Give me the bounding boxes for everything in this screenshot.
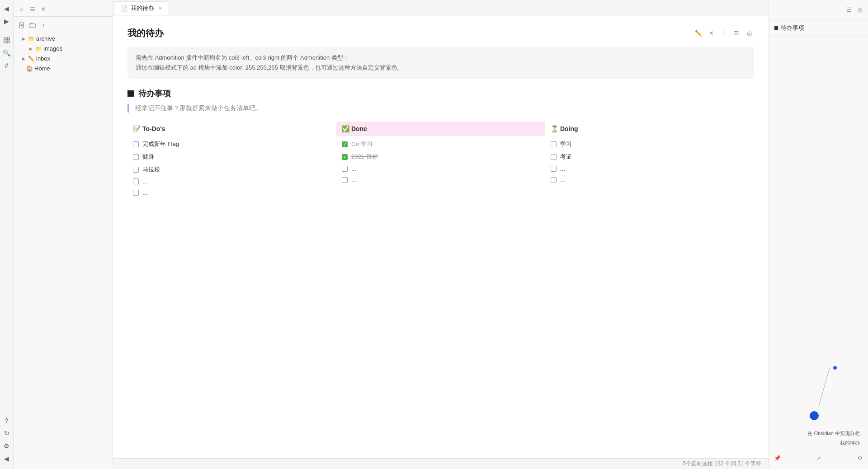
section-heading: 待办事项 [127,88,754,99]
nav-back-btn[interactable]: ◀ [2,4,12,14]
sidebar-new-folder-icon[interactable] [28,21,37,30]
graph-local-icon[interactable]: ◎ [855,5,864,14]
doing-item-text-1: 考证 [560,153,572,161]
sidebar-file-tree: ▶ 📁 archive ▶ 📁 images ▶ ✏️ inbox 🏠 Home [14,33,113,75]
update-icon[interactable]: ↻ [2,428,12,438]
todo-checkbox-4[interactable] [133,190,139,196]
kanban-item-2: 马拉松 [127,163,336,176]
done-item-text-0: Go 学习 [351,140,373,148]
doing-item-text-3: ... [560,177,565,183]
todo-checkbox-2[interactable] [133,167,139,173]
done-item-2: ... [336,163,545,174]
list-view-btn[interactable]: ☰ [731,28,741,38]
kanban-board: 📝 To-Do's 完成新年 Flag 健身 马拉松 ... [127,122,754,198]
sidebar-tags-icon[interactable]: # [2,61,12,70]
sidebar-item-home[interactable]: 🏠 Home [15,64,111,73]
kanban-col-todo: 📝 To-Do's 完成新年 Flag 健身 马拉松 ... [127,122,336,198]
done-checkbox-2[interactable] [342,166,348,172]
done-item-1: ✓ 2021 目标 [336,150,545,163]
doing-checkbox-1[interactable] [551,154,557,160]
icon-bar: ◀ ▶ 🔍 # ? ↻ ⚙ ◀ [0,0,14,469]
doing-item-text-0: 学习 [560,140,572,148]
sidebar-files-icon[interactable] [2,35,12,45]
svg-rect-0 [4,38,6,40]
doing-checkbox-2[interactable] [551,166,557,172]
doing-checkbox-0[interactable] [551,141,557,147]
right-panel-bottom: 📌 ↗ ⚙ [769,451,868,465]
tab-title: 我的待办 [131,4,154,12]
outline-item-todo[interactable]: 待办事项 [769,22,868,34]
share-icon[interactable]: ↗ [814,454,823,463]
content-header: 我的待办 ✏️ ✕ ⋮ ☰ ◎ [127,27,754,39]
sidebar-item-label: archive [36,35,55,42]
heading-marker [127,90,134,97]
sidebar-item-archive[interactable]: ▶ 📁 archive [15,34,111,43]
done-item-3: ... [336,174,545,186]
done-item-0: ✓ Go 学习 [336,138,545,150]
done-item-text-1: 2021 目标 [351,153,378,161]
help-icon[interactable]: ? [2,416,12,426]
done-checkbox-1[interactable]: ✓ [342,154,348,160]
outline-marker [774,26,778,30]
right-panel-toolbar: ☰ ◎ [769,4,868,16]
chevron-right-icon: ▶ [28,46,33,52]
sidebar-new-note-icon[interactable] [17,21,26,30]
todo-item-text-2: 马拉松 [142,165,160,174]
kanban-col-done: ✅ Done ✓ Go 学习 ✓ 2021 目标 ... ... [336,122,545,186]
blockquote-text: 经常记不住事？那就赶紧来做个任务清单吧。 [135,104,262,112]
done-header-text: ✅ Done [342,125,367,132]
settings-gear-icon[interactable]: ⚙ [855,454,864,463]
kanban-item-1: 健身 [127,150,336,163]
tab-bar: 📄 我的待办 ✕ [113,0,769,16]
todo-checkbox-1[interactable] [133,154,139,160]
doing-item-2: ... [545,163,754,174]
kanban-item-4: ... [127,187,336,198]
divider2 [769,37,868,37]
sidebar-item-inbox[interactable]: ▶ ✏️ inbox [15,54,111,63]
todo-header-text: 📝 To-Do's [133,125,165,132]
edit-btn[interactable]: ✏️ [693,28,703,38]
done-item-text-2: ... [351,165,356,172]
divider [769,19,868,19]
svg-rect-1 [7,38,9,40]
done-item-text-3: ... [351,177,356,183]
kanban-col-doing-header: ⏳ Doing [545,122,754,136]
right-panel: ☰ ◎ 待办事项 [769,0,868,469]
graph-view-btn[interactable]: ◎ [744,28,754,38]
sidebar-search-icon[interactable]: 🔍 [2,48,12,58]
todo-item-text-4: ... [142,189,147,196]
outline-icon[interactable]: ☰ [844,5,854,14]
todo-checkbox-0[interactable] [133,141,139,147]
sidebar: ⌂ # ↕ ▶ 📁 archive ▶ 📁 images ▶ ✏ [14,0,113,469]
sidebar-tag-icon[interactable]: # [39,5,48,14]
sidebar-item-images[interactable]: ▶ 📁 images [15,44,111,53]
tab-close-btn[interactable]: ✕ [157,5,163,11]
done-checkbox-0[interactable]: ✓ [342,141,348,147]
chevron-right-icon: ▶ [21,56,26,61]
settings-icon[interactable]: ⚙ [2,441,12,451]
folder-icon: 📁 [35,46,42,52]
sidebar-home-icon[interactable]: ⌂ [17,5,26,14]
admonition-line2: 通过在编辑模式下的 ad 模块中添加 color: 255,255,255 取消… [136,63,746,73]
content-area: 我的待办 ✏️ ✕ ⋮ ☰ ◎ 需先在 Admonition 插件中新增名为 c… [113,16,769,458]
sidebar-menu-icon[interactable] [28,5,37,14]
admonition-box: 需先在 Admonition 插件中新增名为 col3-left、col3-ri… [127,47,754,79]
pin-icon[interactable]: 📌 [773,454,782,463]
tab-my-todo[interactable]: 📄 我的待办 ✕ [115,1,169,15]
doing-item-text-2: ... [560,165,565,172]
sidebar-sort-icon[interactable]: ↕ [39,21,48,30]
collapse-sidebar-icon[interactable]: ◀ [2,454,12,464]
svg-rect-2 [4,41,6,43]
more-btn[interactable]: ⋮ [719,28,729,38]
doing-item-0: 学习 [545,138,754,150]
sidebar-item-label: inbox [36,55,50,62]
kanban-col-done-header: ✅ Done [336,122,545,136]
sidebar-item-label: Home [34,65,50,72]
close-btn[interactable]: ✕ [706,28,716,38]
todo-checkbox-3[interactable] [133,178,139,184]
chevron-right-icon: ▶ [21,36,26,42]
doing-item-1: 考证 [545,150,754,163]
doing-checkbox-3[interactable] [551,177,557,183]
done-checkbox-3[interactable] [342,177,348,183]
nav-forward-btn[interactable]: ▶ [2,16,12,26]
